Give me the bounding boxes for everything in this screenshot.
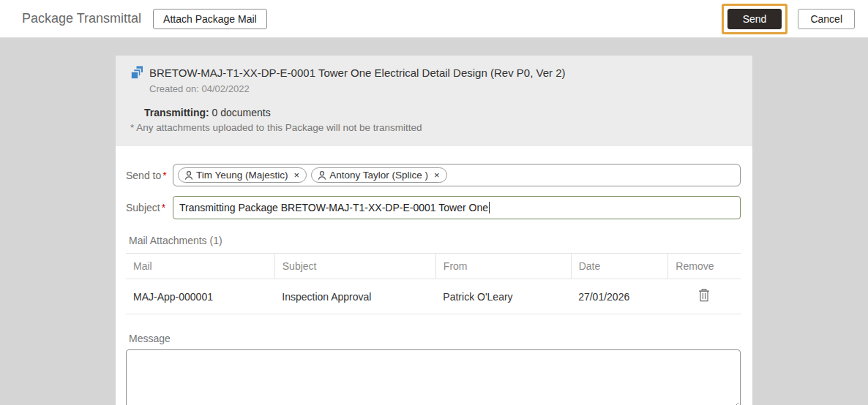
package-icon [130, 66, 144, 80]
delete-attachment-button[interactable] [698, 289, 710, 302]
message-input[interactable] [126, 349, 741, 405]
send-button[interactable]: Send [727, 9, 782, 29]
column-header-mail: Mail [126, 254, 274, 279]
cell-date: 27/01/2026 [571, 279, 668, 314]
required-asterisk: * [162, 202, 165, 213]
cell-mail: MAJ-App-000001 [126, 279, 274, 314]
package-created-date: Created on: 04/02/2022 [149, 83, 738, 94]
remove-recipient-icon[interactable]: × [434, 170, 440, 180]
transmittal-form: Send to* Tim Yeung (Majestic) × [116, 146, 752, 405]
table-row: MAJ-App-000001 Inspection Approval Patri… [126, 279, 741, 314]
transmitting-label: Transmitting: [144, 107, 209, 118]
person-icon [184, 170, 194, 181]
attachments-disclaimer: * Any attachments uploaded to this Packa… [130, 122, 738, 133]
cell-subject: Inspection Approval [274, 279, 435, 314]
cell-from: Patrick O'Leary [435, 279, 571, 314]
package-title: BRETOW-MAJ-T1-XX-DP-E-0001 Tower One Ele… [149, 67, 566, 79]
person-icon [317, 170, 327, 181]
subject-label: Subject* [126, 196, 173, 219]
transmitting-count: 0 documents [209, 107, 271, 118]
recipient-chip[interactable]: Tim Yeung (Majestic) × [178, 167, 307, 183]
attachments-table: Mail Subject From Date Remove MAJ-App-00… [126, 253, 741, 314]
package-info-header: BRETOW-MAJ-T1-XX-DP-E-0001 Tower One Ele… [116, 56, 752, 146]
trash-icon [698, 293, 710, 304]
subject-text: Transmitting Package BRETOW-MAJ-T1-XX-DP… [179, 202, 488, 213]
message-label: Message [129, 333, 741, 344]
column-header-date: Date [571, 254, 668, 279]
send-button-highlight-box: Send [722, 4, 788, 34]
remove-recipient-icon[interactable]: × [294, 170, 300, 180]
recipient-chip[interactable]: Antony Taylor (Splice ) × [311, 167, 446, 183]
attachments-header-row: Mail Subject From Date Remove [126, 254, 741, 279]
subject-input[interactable]: Transmitting Package BRETOW-MAJ-T1-XX-DP… [173, 196, 741, 219]
transmittal-card: BRETOW-MAJ-T1-XX-DP-E-0001 Tower One Ele… [116, 56, 752, 405]
cancel-button[interactable]: Cancel [798, 9, 855, 29]
send-to-input[interactable]: Tim Yeung (Majestic) × Antony Taylor (Sp… [173, 164, 741, 186]
column-header-remove: Remove [668, 254, 741, 279]
mail-attachments-label: Mail Attachments (1) [129, 235, 741, 246]
column-header-from: From [435, 254, 571, 279]
column-header-subject: Subject [274, 254, 435, 279]
page-title: Package Transmittal [22, 11, 141, 26]
top-toolbar: Package Transmittal Attach Package Mail … [0, 0, 868, 38]
recipient-name: Tim Yeung (Majestic) [196, 170, 288, 181]
attach-package-mail-button[interactable]: Attach Package Mail [153, 9, 267, 29]
recipient-name: Antony Taylor (Splice ) [329, 170, 428, 181]
send-to-label: Send to* [126, 164, 173, 186]
required-asterisk: * [162, 170, 166, 181]
text-cursor [489, 202, 490, 213]
transmitting-status: Transmitting: 0 documents [144, 107, 738, 118]
